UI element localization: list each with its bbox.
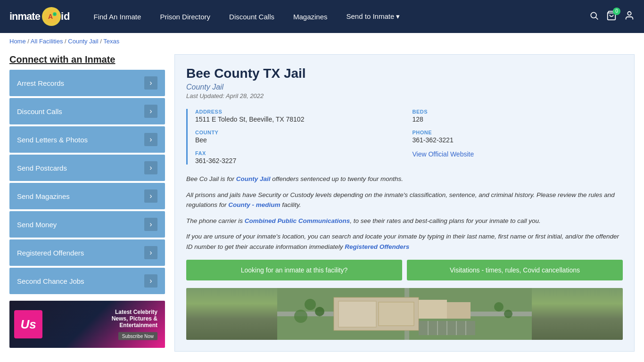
ad-headline: Latest Celebrity News, Pictures & Entert…	[104, 309, 157, 329]
arrow-icon: ›	[144, 246, 157, 259]
svg-rect-15	[419, 300, 447, 319]
sidebar-item-send-magazines[interactable]: Send Magazines ›	[9, 183, 165, 209]
beds-value: 128	[413, 115, 623, 123]
cart-badge: 0	[613, 8, 620, 15]
sidebar-label-second-chance-jobs: Second Chance Jobs	[17, 277, 84, 285]
ad-text: Latest Celebrity News, Pictures & Entert…	[100, 305, 161, 344]
desc-para-4: If you are unsure of your inmate's locat…	[186, 231, 623, 252]
facility-type: County Jail	[186, 83, 623, 91]
logo-suffix: id	[61, 10, 70, 23]
sidebar-item-registered-offenders[interactable]: Registered Offenders ›	[9, 239, 165, 266]
svg-point-3	[54, 13, 56, 15]
sidebar-item-second-chance-jobs[interactable]: Second Chance Jobs ›	[9, 268, 165, 294]
sidebar-label-registered-offenders: Registered Offenders	[17, 249, 84, 257]
phone-value: 361-362-3221	[413, 136, 623, 144]
phone-block: PHONE 361-362-3221	[413, 130, 623, 144]
sidebar-menu: Arrest Records › Discount Calls › Send L…	[9, 70, 165, 294]
fax-label: FAX	[195, 150, 406, 156]
svg-line-5	[596, 17, 598, 19]
fax-block: FAX 361-362-3227	[195, 150, 406, 165]
sidebar-label-send-money: Send Money	[17, 221, 57, 229]
arrow-icon: ›	[144, 189, 157, 203]
breadcrumb-county-jail[interactable]: County Jail	[68, 38, 98, 45]
search-button[interactable]	[589, 11, 599, 23]
sidebar-item-send-postcards[interactable]: Send Postcards ›	[9, 155, 165, 181]
arrow-icon: ›	[144, 218, 157, 231]
phone-label: PHONE	[413, 130, 623, 135]
svg-text:A: A	[48, 13, 53, 20]
visitations-button[interactable]: Visitations - times, rules, Covid cancel…	[407, 260, 623, 280]
svg-point-26	[494, 302, 504, 312]
ad-logo: Us	[14, 310, 42, 338]
action-buttons: Looking for an inmate at this facility? …	[186, 260, 623, 280]
svg-point-27	[504, 310, 512, 318]
sidebar-item-discount-calls[interactable]: Discount Calls ›	[9, 98, 165, 124]
ad-banner[interactable]: Us Latest Celebrity News, Pictures & Ent…	[9, 301, 165, 348]
address-value: 1511 E Toledo St, Beeville, TX 78102	[195, 115, 406, 123]
svg-rect-13	[339, 301, 376, 327]
county-medium-link[interactable]: County - medium	[228, 201, 280, 208]
logo-icon: A	[42, 7, 61, 26]
address-label: ADDRESS	[195, 109, 406, 115]
main-nav: Find An Inmate Prison Directory Discount…	[93, 12, 575, 21]
cart-button[interactable]: 0	[606, 10, 617, 23]
desc-para-3: The phone carrier is Combined Public Com…	[186, 216, 623, 226]
sidebar-item-arrest-records[interactable]: Arrest Records ›	[9, 70, 165, 96]
beds-label: BEDS	[413, 109, 623, 115]
desc-para-1: Bee Co Jail is for County Jail offenders…	[186, 174, 623, 184]
sidebar-label-send-postcards: Send Postcards	[17, 164, 67, 172]
site-header: inmate A id Find An Inmate Prison Direct…	[0, 0, 644, 33]
connect-title: Connect with an Inmate	[9, 54, 165, 65]
sidebar-label-send-letters: Send Letters & Photos	[17, 136, 88, 144]
header-icons: 0	[589, 10, 635, 23]
sidebar: Connect with an Inmate Arrest Records › …	[9, 54, 165, 348]
svg-point-25	[294, 310, 307, 323]
arrow-icon: ›	[144, 76, 157, 90]
arrow-icon: ›	[144, 133, 157, 146]
nav-send-to-inmate[interactable]: Send to Inmate ▾	[347, 12, 400, 21]
find-inmate-button[interactable]: Looking for an inmate at this facility?	[186, 260, 402, 280]
sidebar-label-arrest-records: Arrest Records	[17, 79, 64, 87]
breadcrumb-home[interactable]: Home	[9, 38, 26, 45]
breadcrumb-texas[interactable]: Texas	[103, 38, 119, 45]
nav-magazines[interactable]: Magazines	[293, 13, 328, 21]
county-label: COUNTY	[195, 130, 406, 135]
desc-para-2: All prisons and jails have Security or C…	[186, 190, 623, 210]
address-block: ADDRESS 1511 E Toledo St, Beeville, TX 7…	[195, 109, 406, 123]
nav-discount-calls[interactable]: Discount Calls	[229, 13, 274, 21]
svg-rect-14	[379, 302, 414, 326]
registered-offenders-link[interactable]: Registered Offenders	[345, 243, 409, 250]
website-link[interactable]: View Official Website	[413, 150, 474, 158]
facility-info-grid: ADDRESS 1511 E Toledo St, Beeville, TX 7…	[186, 109, 623, 165]
arrow-icon: ›	[144, 161, 157, 174]
county-jail-link[interactable]: County Jail	[236, 175, 271, 182]
beds-block: BEDS 128	[413, 109, 623, 123]
facility-description: Bee Co Jail is for County Jail offenders…	[186, 174, 623, 252]
svg-point-7	[627, 11, 631, 15]
sidebar-label-discount-calls: Discount Calls	[17, 107, 62, 115]
sidebar-item-send-letters[interactable]: Send Letters & Photos ›	[9, 126, 165, 153]
svg-point-23	[305, 299, 316, 310]
svg-point-4	[591, 12, 596, 18]
breadcrumb: Home / All Facilities / County Jail / Te…	[0, 33, 644, 49]
breadcrumb-all-facilities[interactable]: All Facilities	[31, 38, 63, 45]
svg-rect-16	[447, 302, 471, 319]
nav-find-inmate[interactable]: Find An Inmate	[93, 13, 141, 21]
logo-text: inmate	[9, 10, 40, 23]
logo[interactable]: inmate A id	[9, 7, 70, 26]
county-value: Bee	[195, 136, 406, 144]
main-content: Connect with an Inmate Arrest Records › …	[0, 49, 644, 356]
fax-value: 361-362-3227	[195, 157, 406, 165]
website-block: View Official Website	[413, 150, 623, 165]
arrow-icon: ›	[144, 105, 157, 118]
phone-carrier-link[interactable]: Combined Public Communications	[245, 217, 350, 224]
account-button[interactable]	[624, 10, 635, 23]
sidebar-item-send-money[interactable]: Send Money ›	[9, 211, 165, 238]
facility-name: Bee County TX Jail	[186, 66, 623, 81]
county-block: COUNTY Bee	[195, 130, 406, 144]
nav-prison-directory[interactable]: Prison Directory	[160, 13, 210, 21]
facility-detail: Bee County TX Jail County Jail Last Upda…	[174, 54, 635, 352]
sidebar-label-send-magazines: Send Magazines	[17, 192, 70, 200]
ad-subscribe-btn[interactable]: Subscribe Now	[118, 332, 157, 340]
facility-updated: Last Updated: April 28, 2022	[186, 92, 623, 99]
